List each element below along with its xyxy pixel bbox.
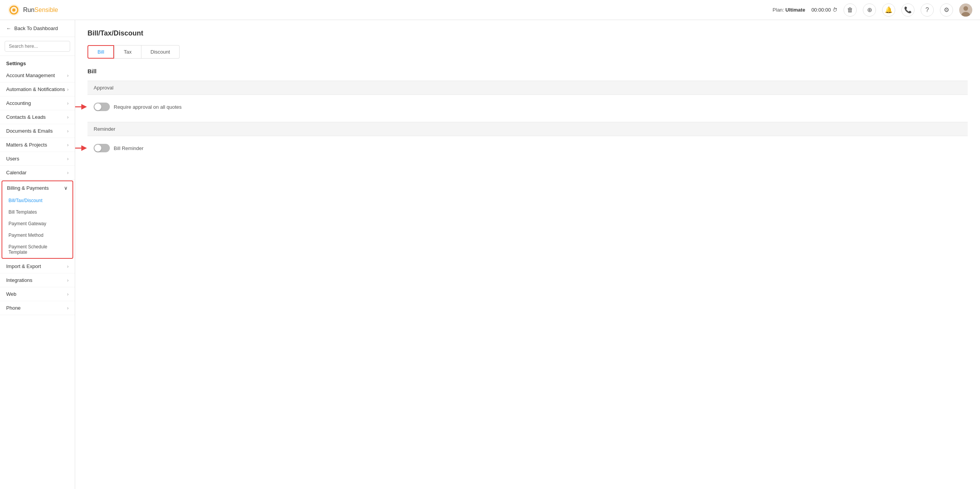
phone-button[interactable]: 📞 bbox=[901, 3, 914, 17]
chevron-icon: › bbox=[67, 101, 69, 106]
chevron-icon: › bbox=[67, 292, 69, 297]
billing-payments-section: Billing & Payments ∨ Bill/Tax/Discount B… bbox=[2, 180, 73, 259]
plan-label: Plan: Ultimate bbox=[773, 7, 805, 13]
logo-icon bbox=[8, 4, 20, 16]
chevron-icon: › bbox=[67, 128, 69, 134]
add-button[interactable]: ⊕ bbox=[863, 3, 876, 17]
back-to-dashboard[interactable]: ← Back To Dashboard bbox=[0, 20, 75, 37]
settings-button[interactable]: ⚙ bbox=[940, 3, 953, 17]
sidebar-item-accounting[interactable]: Accounting › bbox=[0, 96, 75, 110]
tab-discount[interactable]: Discount bbox=[141, 45, 180, 59]
chevron-icon: › bbox=[67, 115, 69, 120]
sidebar-item-web[interactable]: Web › bbox=[0, 287, 75, 301]
tab-bill[interactable]: Bill bbox=[87, 45, 114, 59]
approval-heading: Approval bbox=[87, 81, 968, 95]
avatar[interactable] bbox=[959, 3, 972, 17]
bill-section-label: Bill bbox=[87, 68, 968, 74]
chevron-icon: › bbox=[67, 87, 69, 92]
svg-point-2 bbox=[12, 8, 15, 12]
chevron-icon: › bbox=[67, 305, 69, 311]
billing-payments-header[interactable]: Billing & Payments ∨ bbox=[2, 181, 72, 195]
reminder-body: Bill Reminder bbox=[87, 136, 968, 160]
chevron-icon: › bbox=[67, 170, 69, 175]
sidebar-item-integrations[interactable]: Integrations › bbox=[0, 273, 75, 287]
sidebar-item-matters-projects[interactable]: Matters & Projects › bbox=[0, 138, 75, 152]
back-arrow-icon: ← bbox=[6, 25, 11, 31]
chevron-icon: › bbox=[67, 264, 69, 269]
timer: 00:00:00 ⏱ bbox=[811, 7, 837, 13]
topnav-right: Plan: Ultimate 00:00:00 ⏱ 🗑 ⊕ 🔔 📞 ? ⚙ bbox=[773, 3, 972, 17]
timer-icon: ⏱ bbox=[832, 7, 837, 13]
settings-title: Settings bbox=[0, 56, 75, 69]
search-input[interactable] bbox=[5, 41, 70, 52]
sidebar-item-account-management[interactable]: Account Management › bbox=[0, 69, 75, 83]
sidebar: ← Back To Dashboard Settings Account Man… bbox=[0, 20, 75, 489]
page-title: Bill/Tax/Discount bbox=[87, 29, 968, 37]
reminder-toggle[interactable] bbox=[94, 144, 110, 152]
chevron-icon: › bbox=[67, 142, 69, 148]
logo: RunSensible bbox=[8, 4, 58, 16]
chevron-icon: › bbox=[67, 278, 69, 283]
reminder-section: Reminder Bill Reminder bbox=[87, 122, 968, 160]
reminder-arrow-indicator bbox=[75, 144, 88, 152]
sidebar-item-automation-notifications[interactable]: Automation & Notifications › bbox=[0, 83, 75, 96]
logo-text: RunSensible bbox=[23, 7, 58, 13]
approval-toggle-label: Require approval on all quotes bbox=[114, 104, 182, 110]
approval-toggle[interactable] bbox=[94, 103, 110, 111]
approval-arrow-indicator bbox=[75, 103, 88, 111]
reminder-heading: Reminder bbox=[87, 122, 968, 136]
chevron-icon: › bbox=[67, 73, 69, 78]
tabs: Bill Tax Discount bbox=[87, 45, 968, 59]
sidebar-item-phone[interactable]: Phone › bbox=[0, 301, 75, 315]
trash-button[interactable]: 🗑 bbox=[844, 3, 857, 17]
sidebar-item-import-export[interactable]: Import & Export › bbox=[0, 260, 75, 273]
approval-toggle-wrapper: Require approval on all quotes bbox=[94, 103, 182, 111]
sidebar-sub-item-bill-tax-discount[interactable]: Bill/Tax/Discount bbox=[2, 195, 72, 206]
reminder-toggle-label: Bill Reminder bbox=[114, 145, 143, 151]
top-navigation: RunSensible Plan: Ultimate 00:00:00 ⏱ 🗑 … bbox=[0, 0, 980, 20]
approval-section: Approval Require approval on all quotes bbox=[87, 81, 968, 119]
bell-button[interactable]: 🔔 bbox=[882, 3, 895, 17]
sidebar-sub-item-payment-gateway[interactable]: Payment Gateway bbox=[2, 218, 72, 229]
sidebar-item-contacts-leads[interactable]: Contacts & Leads › bbox=[0, 110, 75, 124]
svg-point-4 bbox=[963, 6, 968, 11]
layout: ← Back To Dashboard Settings Account Man… bbox=[0, 20, 980, 489]
sidebar-item-calendar[interactable]: Calendar › bbox=[0, 166, 75, 180]
sidebar-item-users[interactable]: Users › bbox=[0, 152, 75, 166]
approval-body: Require approval on all quotes bbox=[87, 95, 968, 119]
main-content: Bill/Tax/Discount Bill Tax Discount Bill… bbox=[75, 20, 980, 489]
help-button[interactable]: ? bbox=[921, 3, 934, 17]
sidebar-item-documents-emails[interactable]: Documents & Emails › bbox=[0, 124, 75, 138]
sidebar-sub-item-payment-schedule-template[interactable]: Payment Schedule Template bbox=[2, 241, 72, 258]
sidebar-search-container bbox=[0, 37, 75, 56]
reminder-toggle-wrapper: Bill Reminder bbox=[94, 144, 143, 152]
sidebar-sub-item-payment-method[interactable]: Payment Method bbox=[2, 229, 72, 241]
chevron-icon: › bbox=[67, 156, 69, 162]
sidebar-sub-item-bill-templates[interactable]: Bill Templates bbox=[2, 206, 72, 218]
chevron-down-icon: ∨ bbox=[64, 185, 68, 191]
tab-tax[interactable]: Tax bbox=[114, 45, 141, 59]
